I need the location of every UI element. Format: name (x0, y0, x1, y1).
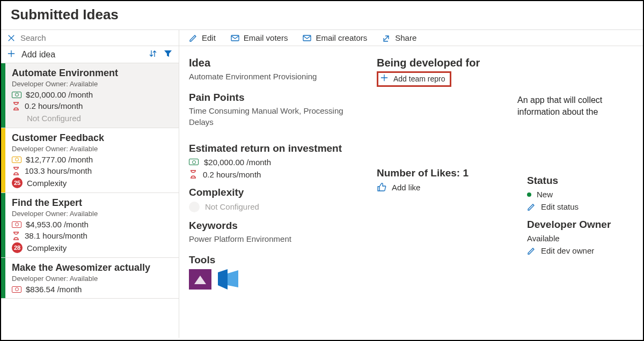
idea-title: Customer Feedback (12, 132, 173, 144)
detail-toolbar: Edit Email voters Email creators Share (179, 30, 643, 46)
accent-bar (1, 63, 5, 128)
detail-col-2: Being developed for Add team repro Numbe… (367, 57, 517, 290)
roi-money: $20,000.00 /month (204, 158, 271, 167)
devfor-head: Being developed for (377, 57, 508, 69)
complexity-badge: 28 (12, 242, 23, 253)
add-like-button[interactable]: Add like (377, 182, 508, 192)
idea-title: Automate Environment (12, 68, 173, 79)
email-voters-button[interactable]: Email voters (231, 33, 288, 42)
add-team-repro-label: Add team repro (393, 75, 445, 83)
sort-icon[interactable] (149, 49, 157, 60)
detail-panel: Edit Email voters Email creators Share (179, 30, 643, 338)
search-row[interactable] (1, 30, 179, 46)
complexity-head: Complexity (189, 187, 357, 198)
status-value: New (537, 190, 553, 199)
complexity-text: Not Configured (205, 202, 259, 211)
likes-head: Number of Likes: 1 (377, 167, 508, 179)
detail-col-3: An app that will collect information abo… (517, 57, 643, 290)
idea-card[interactable]: Make the Awesomizer actually Developer O… (1, 258, 179, 299)
idea-money: $12,777.00 /month (26, 155, 93, 164)
idea-list: Automate Environment Developer Owner: Av… (1, 63, 179, 338)
idea-card[interactable]: Customer Feedback Developer Owner: Avail… (1, 128, 179, 193)
share-button[interactable]: Share (382, 33, 416, 42)
tool-tile-blue (218, 269, 240, 290)
idea-name: Automate Environment Provisioning (189, 71, 357, 82)
money-icon (12, 92, 21, 98)
share-label: Share (395, 33, 416, 42)
main-layout: Add idea Automate Environment Developer … (1, 30, 643, 338)
keywords-text: Power Platform Environment (189, 234, 357, 244)
idea-money: $20,000.00 /month (26, 90, 93, 99)
add-idea-label[interactable]: Add idea (21, 50, 142, 60)
edit-button[interactable]: Edit (189, 33, 216, 42)
edit-devowner-button[interactable]: Edit dev owner (527, 246, 633, 255)
idea-owner: Developer Owner: Available (12, 275, 173, 283)
tool-tile-purple (189, 269, 211, 290)
add-like-label: Add like (392, 183, 420, 192)
idea-complexity: Complexity (27, 243, 67, 253)
close-icon[interactable] (8, 34, 15, 42)
idea-money: $836.54 /month (26, 285, 82, 294)
plus-icon (380, 74, 388, 83)
hourglass-icon (12, 167, 20, 175)
annotation-text: An app that will collect information abo… (517, 94, 633, 117)
edit-status-button[interactable]: Edit status (527, 202, 633, 211)
accent-bar (1, 193, 5, 257)
idea-title: Find the Expert (12, 197, 173, 209)
devowner-value: Available (527, 234, 560, 243)
detail-col-1: Idea Automate Environment Provisioning P… (179, 57, 367, 290)
painpoints-head: Pain Points (189, 92, 357, 103)
idea-head: Idea (189, 57, 357, 69)
hourglass-icon (12, 102, 20, 110)
idea-card[interactable]: Automate Environment Developer Owner: Av… (1, 63, 179, 128)
svg-rect-0 (231, 35, 239, 41)
tools-head: Tools (189, 254, 357, 266)
hourglass-icon (12, 232, 20, 240)
money-icon (12, 157, 21, 163)
edit-devowner-label: Edit dev owner (541, 246, 594, 255)
complexity-badge-empty (12, 113, 23, 123)
money-icon (12, 286, 21, 293)
page-title: Submitted Ideas (1, 1, 643, 30)
add-idea-row: Add idea (1, 46, 179, 63)
complexity-badge: 25 (12, 177, 23, 188)
thumb-up-icon (377, 182, 386, 192)
svg-rect-1 (303, 35, 311, 41)
hourglass-icon (189, 170, 197, 179)
plus-icon[interactable] (8, 50, 15, 59)
idea-hours: 0.2 hours/month (25, 101, 83, 110)
search-input[interactable] (20, 33, 172, 42)
idea-hours: 38.1 hours/month (25, 231, 87, 240)
painpoints-text: Time Consuming Manual Work, Processing D… (189, 106, 357, 128)
idea-complexity: Complexity (27, 179, 67, 188)
keywords-head: Keywords (189, 220, 357, 232)
mail-icon (303, 34, 311, 42)
edit-label: Edit (202, 33, 216, 42)
add-team-repro-button[interactable]: Add team repro (377, 71, 451, 87)
money-icon (12, 221, 21, 228)
edit-status-label: Edit status (541, 202, 579, 211)
idea-title: Make the Awesomizer actually (12, 262, 173, 273)
status-head: Status (527, 175, 633, 187)
idea-owner: Developer Owner: Available (12, 145, 173, 153)
email-creators-button[interactable]: Email creators (303, 33, 367, 42)
tools-row (189, 269, 357, 290)
share-icon (382, 34, 391, 42)
detail-body: Idea Automate Environment Provisioning P… (179, 46, 643, 290)
idea-hours: 103.3 hours/month (25, 166, 92, 175)
roi-head: Estimated return on investment (189, 143, 357, 154)
email-voters-label: Email voters (244, 33, 288, 42)
filter-icon[interactable] (164, 49, 172, 60)
sidebar: Add idea Automate Environment Developer … (1, 30, 179, 338)
status-dot (527, 192, 531, 197)
idea-money: $4,953.00 /month (26, 220, 89, 229)
idea-complexity: Not Configured (27, 114, 81, 123)
accent-bar (1, 128, 5, 192)
pencil-icon (527, 203, 536, 211)
idea-card[interactable]: Find the Expert Developer Owner: Availab… (1, 193, 179, 258)
pencil-icon (189, 34, 197, 42)
devowner-head: Developer Owner (527, 219, 633, 231)
money-icon (189, 159, 199, 165)
pencil-icon (527, 247, 536, 255)
idea-owner: Developer Owner: Available (12, 210, 173, 218)
